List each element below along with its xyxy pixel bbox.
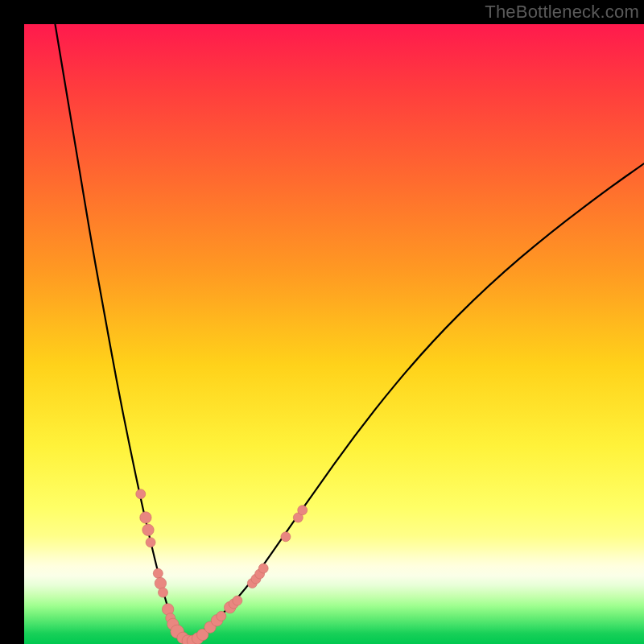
marker-dot bbox=[142, 524, 154, 535]
marker-dot bbox=[158, 588, 167, 597]
watermark-text: TheBottleneck.com bbox=[485, 2, 639, 23]
marker-dot bbox=[258, 564, 268, 573]
marker-dot bbox=[233, 596, 242, 605]
chart-frame: TheBottleneck.com bbox=[0, 0, 644, 644]
bottleneck-curve bbox=[56, 24, 645, 642]
marker-dot bbox=[153, 568, 163, 578]
marker-dot bbox=[217, 611, 226, 621]
curve-markers bbox=[136, 489, 308, 644]
marker-dot bbox=[155, 577, 166, 588]
marker-dot bbox=[146, 538, 155, 547]
plot-area bbox=[24, 24, 644, 644]
marker-dot bbox=[298, 506, 308, 515]
marker-dot bbox=[140, 512, 151, 523]
marker-dot bbox=[136, 489, 146, 499]
chart-svg bbox=[24, 24, 644, 644]
marker-dot bbox=[281, 532, 291, 542]
